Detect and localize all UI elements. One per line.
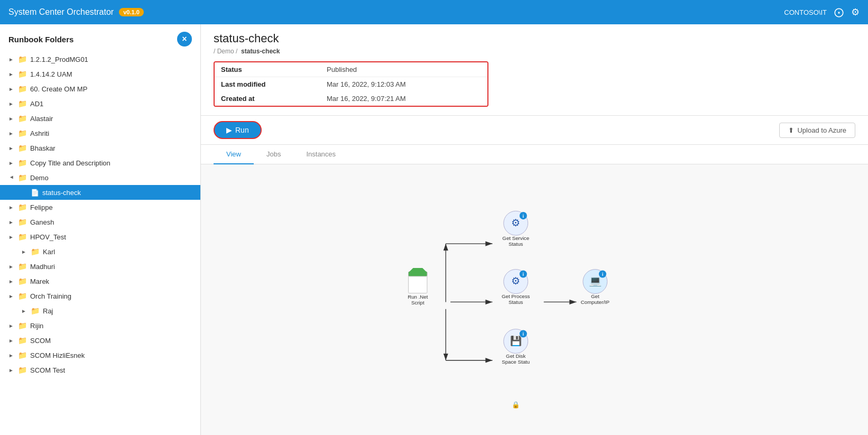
sidebar-item-label: 60. Create OM MP [30,85,87,93]
sidebar: Runbook Folders × ► 📁 1.2.1.2_ProdMG01 ►… [0,24,201,435]
svg-text:Get Service: Get Service [502,235,529,241]
folder-icon: 📁 [18,262,27,271]
status-table: Status Published Last modified Mar 16, 2… [214,61,488,107]
sidebar-item-marek[interactable]: ► 📁 Marek [0,274,200,289]
folder-icon: 📁 [18,159,27,167]
folder-icon: 📁 [18,114,27,123]
node-get-disk-space[interactable]: 💾 i Get Disk Space Statu [502,329,530,365]
node-get-computer-ip[interactable]: 💻 i Get Computer/IP [581,270,610,305]
status-value: Published [327,66,357,73]
content-area: status-check / Demo / status-check Statu… [201,24,868,435]
chevron-icon: ► [8,219,15,225]
svg-text:i: i [523,272,524,277]
sidebar-item-label: Alastair [30,115,53,123]
node-get-process-status[interactable]: ⚙ i Get Process Status [502,270,530,305]
sidebar-item-demo[interactable]: ▼ 📁 Demo [0,170,200,185]
chevron-icon: ► [8,116,15,122]
sidebar-item-folder-1[interactable]: ► 📁 1.2.1.2_ProdMG01 [0,52,200,67]
folder-icon: 📁 [18,99,27,108]
svg-text:i: i [602,272,603,277]
status-row-modified: Last modified Mar 16, 2022, 9:12:03 AM [215,77,487,91]
chevron-icon: ► [8,205,15,210]
sidebar-item-label: Rijin [30,322,43,330]
chevron-icon: ► [8,367,15,373]
folder-icon: 📁 [18,292,27,300]
node-get-service-status[interactable]: ⚙ i Get Service Status [502,211,529,246]
upload-icon: ⬆ [788,126,794,134]
sidebar-item-bhaskar[interactable]: ► 📁 Bhaskar [0,141,200,155]
sidebar-item-karl[interactable]: ► 📁 Karl [0,244,200,259]
svg-text:Status: Status [509,299,523,305]
sidebar-item-folder-3[interactable]: ► 📁 60. Create OM MP [0,81,200,96]
sidebar-item-label: 1.2.1.2_ProdMG01 [30,55,88,63]
sidebar-item-rijin[interactable]: ► 📁 Rijin [0,318,200,333]
sidebar-item-label: status-check [42,189,81,197]
sidebar-item-hpov[interactable]: ► 📁 HPOV_Test [0,229,200,244]
status-row-created: Created at Mar 16, 2022, 9:07:21 AM [215,91,487,106]
sidebar-item-copy-title[interactable]: ► 📁 Copy Title and Description [0,155,200,170]
header-left: System Center Orchestrator v0.1.0 [8,7,144,17]
folder-icon: 📁 [18,366,27,374]
sidebar-item-scom-hizli[interactable]: ► 📁 SCOM HizliEsnek [0,348,200,363]
folder-icon: 📁 [18,218,27,226]
sidebar-item-label: Madhuri [30,263,55,271]
sidebar-item-folder-2[interactable]: ► 📁 1.4.14.2 UAM [0,67,200,81]
chevron-icon: ► [8,338,15,344]
sidebar-item-status-check[interactable]: 📄 status-check [0,185,200,200]
chevron-icon: ► [8,264,15,270]
sidebar-item-madhuri[interactable]: ► 📁 Madhuri [0,259,200,274]
sidebar-close-button[interactable]: × [177,32,192,47]
sidebar-item-scom-test[interactable]: ► 📁 SCOM Test [0,363,200,377]
run-button[interactable]: ▶ Run [214,121,262,139]
folder-icon: 📁 [18,277,27,285]
sidebar-item-label: Felippe [30,203,53,211]
chevron-icon: ► [21,249,27,255]
sidebar-item-orch[interactable]: ► 📁 Orch Training [0,289,200,303]
node-run-net-script[interactable]: Run .Net Script [400,268,436,306]
sidebar-item-felippe[interactable]: ► 📁 Felippe [0,200,200,215]
sidebar-item-label: Bhaskar [30,144,56,152]
run-label: Run [235,126,249,134]
tab-instances[interactable]: Instances [293,145,348,164]
main-layout: Runbook Folders × ► 📁 1.2.1.2_ProdMG01 ►… [0,24,868,435]
folder-icon: 📁 [18,203,27,211]
apps-icon[interactable]: ⨀ [834,6,844,18]
svg-text:Script: Script [411,300,424,306]
folder-icon: 📁 [18,129,27,137]
upload-azure-button[interactable]: ⬆ Upload to Azure [779,123,855,138]
sidebar-item-folder-ad1[interactable]: ► 📁 AD1 [0,96,200,111]
svg-text:i: i [523,214,524,219]
sidebar-item-alastair[interactable]: ► 📁 Alastair [0,111,200,126]
page-title: status-check [214,32,855,45]
sidebar-item-label: 1.4.14.2 UAM [30,70,72,78]
folder-icon: 📁 [18,144,27,152]
svg-text:⚙: ⚙ [511,217,520,228]
sidebar-item-ashriti[interactable]: ► 📁 Ashriti [0,126,200,141]
tabs-bar: View Jobs Instances [201,145,868,164]
settings-icon[interactable]: ⚙ [851,6,860,18]
sidebar-item-label: Raj [43,307,53,315]
anchor-icon: 🔒 [512,401,520,409]
chevron-icon: ► [8,131,15,136]
sidebar-item-ganesh[interactable]: ► 📁 Ganesh [0,215,200,229]
svg-text:Space Statu: Space Statu [502,359,530,365]
folder-icon: 📁 [18,233,27,241]
breadcrumb: / Demo / status-check [214,48,855,55]
folder-icon: 📁 [18,85,27,93]
sidebar-list: ► 📁 1.2.1.2_ProdMG01 ► 📁 1.4.14.2 UAM ► … [0,52,200,435]
tab-jobs[interactable]: Jobs [254,145,293,164]
diagram-svg: Run .Net Script ⚙ i Get Service Status [201,164,868,435]
chevron-icon: ► [21,308,27,314]
sidebar-item-scom[interactable]: ► 📁 SCOM [0,333,200,348]
svg-text:Status: Status [509,241,523,247]
folder-icon: 📁 [18,70,27,78]
tab-view[interactable]: View [214,145,254,164]
svg-text:Get Disk: Get Disk [506,353,525,359]
folder-icon: 📁 [31,247,40,256]
created-at-key: Created at [221,95,327,103]
folder-icon: 📁 [31,307,40,315]
breadcrumb-current: status-check [241,48,280,55]
sidebar-item-raj[interactable]: ► 📁 Raj [0,303,200,318]
svg-marker-10 [409,268,427,273]
svg-text:Get: Get [591,293,599,299]
